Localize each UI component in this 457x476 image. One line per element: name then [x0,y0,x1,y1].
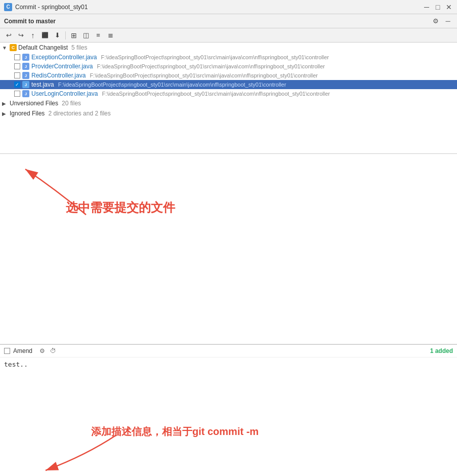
maximize-button[interactable]: □ [434,3,442,11]
header-bar: Commit to master ⚙ ─ [0,14,457,28]
main-content: ▼ C Default Changelist 5 files J Excepti… [0,43,457,476]
changelist-count: 5 files [71,44,87,51]
file-path-4: F:\ideaSpringBootProject\springboot_sty0… [58,82,286,88]
msg-history-button[interactable]: ⏱ [49,346,58,355]
ignored-files-header[interactable]: ▶ Ignored Files 2 directories and 2 file… [0,108,457,118]
move-up-button[interactable]: ↑ [27,30,38,41]
toolbar: ↩ ↪ ↑ ⬛ ⬇ ⊞ ◫ ≡ ≣ [0,28,457,43]
file-name-2: ProviderController.java [31,63,93,70]
changelist-icon: C [10,44,17,51]
file-checkbox-2[interactable] [14,63,20,69]
download-button[interactable]: ⬇ [52,30,63,41]
title-bar-text: Commit - springboot_sty01 [15,4,423,11]
file-name-5: UserLoginController.java [31,90,98,97]
file-path-2: F:\ideaSpringBootProject\springboot_sty0… [97,63,325,69]
changelist-chevron: ▼ [2,45,8,51]
ignored-chevron: ▶ [2,111,8,116]
commit-message-textarea[interactable] [0,358,457,420]
file-list-area: ▼ C Default Changelist 5 files J Excepti… [0,43,457,154]
msg-settings-button[interactable]: ⚙ [37,346,47,355]
header-title: Commit to master [4,18,431,25]
ignored-name: Ignored Files [10,110,45,117]
commit-message-area: Amend ⚙ ⏱ 1 added 添加描述信息，相当于git commit -… [0,344,457,476]
file-path-3: F:\ideaSpringBootProject\springboot_sty0… [90,72,318,78]
redo-button[interactable]: ↪ [15,30,26,41]
title-bar-controls: ─ □ ✕ [423,3,453,11]
file-row[interactable]: J RedisController.java F:\ideaSpringBoot… [0,71,457,80]
diff-button[interactable]: ◫ [80,30,92,41]
close-button[interactable]: ✕ [445,3,453,11]
settings-icon-button[interactable]: ⚙ [431,16,441,26]
header-icons: ⚙ ─ [431,16,453,26]
toolbar-separator-1 [65,31,66,39]
upper-annotation-text: 选中需要提交的文件 [66,200,175,216]
file-checkbox-5[interactable] [14,91,20,97]
added-badge: 1 added [430,347,453,354]
file-checkbox-1[interactable] [14,54,20,60]
file-row[interactable]: J ExceptionController.java F:\ideaSpring… [0,53,457,62]
unversioned-name: Unversioned Files [10,100,58,107]
file-name-3: RedisController.java [31,72,86,79]
lower-annotation-area: 添加描述信息，相当于git commit -m [0,420,457,476]
file-name-4: test.java [31,81,54,88]
file-icon-1: J [22,54,29,61]
title-bar: C Commit - springboot_sty01 ─ □ ✕ [0,0,457,14]
unversioned-files-header[interactable]: ▶ Unversioned Files 20 files [0,98,457,108]
file-path-1: F:\ideaSpringBootProject\springboot_sty0… [101,54,329,60]
file-name-1: ExceptionController.java [31,54,97,61]
file-icon-4: J [22,81,29,88]
amend-checkbox[interactable] [4,348,10,354]
unversioned-count: 20 files [62,100,81,107]
filter-button[interactable]: ≣ [105,30,116,41]
file-row-selected[interactable]: J test.java F:\ideaSpringBootProject\spr… [0,80,457,89]
ignored-count: 2 directories and 2 files [48,110,110,117]
default-changelist-header[interactable]: ▼ C Default Changelist 5 files [0,43,457,53]
refresh-button[interactable]: ⬛ [39,30,51,41]
lower-annotation-text: 添加描述信息，相当于git commit -m [91,425,259,439]
collapse-icon-button[interactable]: ─ [443,16,453,26]
file-icon-2: J [22,63,29,70]
group-button[interactable]: ⊞ [68,30,79,41]
file-row[interactable]: J UserLoginController.java F:\ideaSpring… [0,89,457,98]
file-icon-5: J [22,90,29,97]
msg-toolbar-icons: ⚙ ⏱ [37,346,58,355]
file-checkbox-4[interactable] [14,82,20,88]
expand-button[interactable]: ≡ [93,30,104,41]
file-checkbox-3[interactable] [14,72,20,78]
minimize-button[interactable]: ─ [423,3,431,11]
amend-label: Amend [13,347,32,354]
app-icon: C [4,3,12,11]
file-path-5: F:\ideaSpringBootProject\springboot_sty0… [102,91,330,97]
upper-annotation-area: 选中需要提交的文件 [0,154,457,344]
changelist-name: Default Changelist [18,44,68,51]
unversioned-chevron: ▶ [2,101,8,106]
commit-msg-toolbar: Amend ⚙ ⏱ 1 added [0,345,457,358]
file-row[interactable]: J ProviderController.java F:\ideaSpringB… [0,62,457,71]
file-icon-3: J [22,72,29,79]
undo-button[interactable]: ↩ [3,30,14,41]
